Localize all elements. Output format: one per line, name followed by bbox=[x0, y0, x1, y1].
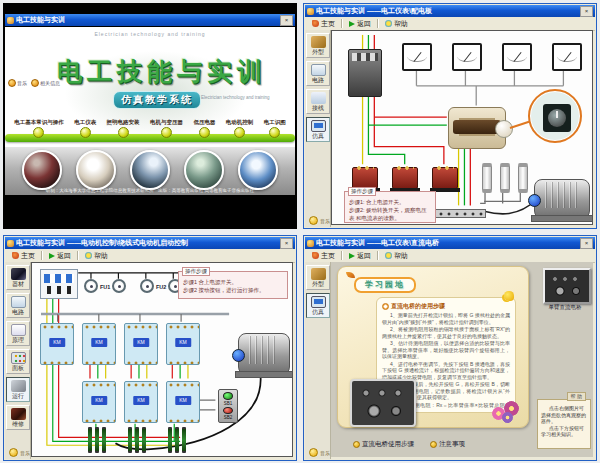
link-usage-steps[interactable]: 直流电桥使用步骤 bbox=[353, 440, 414, 449]
panel-meter[interactable] bbox=[452, 43, 482, 71]
tools-icon bbox=[11, 268, 26, 280]
toolbar-separator bbox=[341, 19, 343, 28]
current-transformer[interactable] bbox=[352, 167, 378, 189]
circuit-breaker[interactable] bbox=[40, 269, 78, 299]
close-button[interactable]: × bbox=[580, 238, 593, 249]
sidebar-exterior-button[interactable]: 外型 bbox=[306, 265, 330, 290]
window-learning-page: 电工技能与实训 ——电工仪表\直流电桥 × 主页 返回 帮助 外型 仿真 学习园… bbox=[303, 235, 597, 461]
home-button[interactable]: 主页 bbox=[9, 250, 38, 261]
run-icon bbox=[11, 380, 26, 392]
sidebar-exterior-button[interactable]: 外型 bbox=[306, 33, 330, 58]
close-button[interactable]: × bbox=[580, 6, 593, 17]
circuit-breaker[interactable] bbox=[348, 49, 382, 97]
home-button[interactable]: 主页 bbox=[309, 18, 338, 29]
contactor[interactable]: KM bbox=[124, 381, 158, 423]
window-title: 电工技能与实训 ——电动机控制\绕线式电动机启动控制 bbox=[16, 238, 278, 248]
contactor[interactable]: KM bbox=[124, 323, 158, 365]
starting-resistors[interactable] bbox=[88, 427, 106, 453]
start-button[interactable] bbox=[223, 392, 233, 400]
bullet-icon bbox=[382, 303, 389, 310]
fuse[interactable] bbox=[140, 279, 154, 293]
starting-resistors[interactable] bbox=[168, 427, 186, 453]
sidebar-principle-button[interactable]: 原理 bbox=[6, 321, 30, 346]
changeover-switch[interactable] bbox=[448, 107, 506, 149]
close-button[interactable]: × bbox=[280, 15, 293, 26]
music-button[interactable]: 音乐 bbox=[8, 79, 27, 87]
operation-steps-box: 操作步骤 步骤1 合上电源开关。 步骤2 按动按钮，进行运行操作。 bbox=[178, 271, 288, 299]
module-menu: 电工基本常识与操作 电工仪表 照明电路安装 电机与变压器 低压电器 电动机控制 … bbox=[5, 119, 295, 147]
wiring-icon bbox=[311, 92, 326, 104]
fuse[interactable] bbox=[518, 163, 528, 193]
titlebar[interactable]: 电工技能与实训 ——电动机控制\绕线式电动机启动控制 × bbox=[5, 237, 295, 249]
motor[interactable] bbox=[534, 179, 590, 219]
current-transformer[interactable] bbox=[392, 167, 418, 189]
sidebar-simulation-button[interactable]: 仿真 bbox=[306, 293, 330, 318]
back-arrow-icon bbox=[49, 253, 55, 259]
titlebar[interactable]: 电工技能与实训 ——电工仪表\直流电桥 × bbox=[305, 237, 595, 249]
music-toggle[interactable]: 音乐 bbox=[9, 448, 30, 457]
contactor[interactable]: KM bbox=[166, 381, 200, 423]
contactor[interactable]: KM bbox=[82, 323, 116, 365]
sidebar-run-button[interactable]: 运行 bbox=[6, 377, 30, 402]
fuse[interactable] bbox=[482, 163, 492, 193]
sidebar-equipment-button[interactable]: 器材 bbox=[6, 265, 30, 290]
panel-meter[interactable] bbox=[552, 43, 582, 71]
fuse[interactable] bbox=[500, 163, 510, 193]
pushbutton-station: SB1 SB2 bbox=[218, 389, 238, 423]
panel-meter[interactable] bbox=[502, 43, 532, 71]
photo-motor[interactable] bbox=[184, 150, 224, 190]
stop-button[interactable] bbox=[223, 407, 233, 415]
learning-heading: 直流电桥的使用步骤 bbox=[391, 302, 445, 311]
photo-meter[interactable] bbox=[76, 150, 116, 190]
sidebar-repair-button[interactable]: 维修 bbox=[6, 405, 30, 430]
help-button[interactable]: 帮助 bbox=[82, 250, 111, 261]
starting-resistors[interactable] bbox=[128, 427, 146, 453]
help-button[interactable]: 帮助 bbox=[382, 18, 411, 29]
dot-icon bbox=[353, 441, 360, 448]
menu-item-instruments[interactable]: 电工仪表 bbox=[74, 119, 96, 138]
back-button[interactable]: 返回 bbox=[346, 250, 374, 261]
fuse-label: FU1 bbox=[100, 284, 110, 290]
toolbar-separator bbox=[377, 251, 379, 260]
titlebar[interactable]: 电工技能与实训 × bbox=[5, 14, 295, 26]
close-button[interactable]: × bbox=[280, 238, 293, 249]
back-button[interactable]: 返回 bbox=[346, 18, 374, 29]
sidebar-wiring-button[interactable]: 接线 bbox=[306, 89, 330, 114]
help-button[interactable]: 帮助 bbox=[382, 250, 411, 261]
learning-corner-tab: 学习园地 bbox=[354, 277, 416, 293]
photo-components[interactable] bbox=[238, 150, 278, 190]
contactor[interactable]: KM bbox=[166, 323, 200, 365]
fuse[interactable] bbox=[112, 279, 126, 293]
sidebar-circuit-button[interactable]: 电路 bbox=[6, 293, 30, 318]
menu-item-lighting[interactable]: 照明电路安装 bbox=[107, 119, 140, 138]
back-button[interactable]: 返回 bbox=[46, 250, 74, 261]
home-button[interactable]: 主页 bbox=[309, 250, 338, 261]
contactor[interactable]: KM bbox=[40, 323, 74, 365]
contactor[interactable]: KM bbox=[82, 381, 116, 423]
current-transformer[interactable] bbox=[432, 167, 458, 189]
fuse[interactable] bbox=[84, 279, 98, 293]
steps-tab: 操作步骤 bbox=[348, 187, 376, 196]
motor[interactable] bbox=[238, 333, 290, 375]
panel-meter[interactable] bbox=[402, 43, 432, 71]
titlebar[interactable]: 电工技能与实训 ——电工仪表\配电板 × bbox=[305, 5, 595, 17]
dc-bridge-thumbnail[interactable] bbox=[543, 268, 591, 304]
sidebar-simulation-button[interactable]: 仿真 bbox=[306, 117, 330, 142]
menu-item-motor-control[interactable]: 电动机控制 bbox=[226, 119, 254, 138]
photo-tools[interactable] bbox=[22, 150, 62, 190]
link-precautions[interactable]: 注意事项 bbox=[430, 440, 465, 449]
window-motor-simulation: 电工技能与实训 ——电动机控制\绕线式电动机启动控制 × 主页 返回 帮助 器材… bbox=[3, 235, 297, 461]
menu-item-low-voltage[interactable]: 低压电器 bbox=[193, 119, 215, 138]
menu-item-diagram-reading[interactable]: 电工识图 bbox=[264, 119, 286, 138]
photo-device[interactable] bbox=[130, 150, 170, 190]
menu-item-motors-transformers[interactable]: 电机与变压器 bbox=[150, 119, 183, 138]
music-toggle[interactable]: 音乐 bbox=[309, 216, 330, 225]
menu-item-basics[interactable]: 电工基本常识与操作 bbox=[14, 119, 64, 138]
sidebar-panel-button[interactable]: 面板 bbox=[6, 349, 30, 374]
english-caption: Electrician technology and training bbox=[5, 31, 295, 37]
window-main-menu: 电工技能与实训 × Electrician technology and tra… bbox=[3, 3, 297, 229]
knob-icon[interactable] bbox=[548, 109, 566, 127]
music-toggle[interactable]: 音乐 bbox=[309, 448, 330, 457]
sidebar-circuit-button[interactable]: 电路 bbox=[306, 61, 330, 86]
back-arrow-icon bbox=[349, 253, 355, 259]
